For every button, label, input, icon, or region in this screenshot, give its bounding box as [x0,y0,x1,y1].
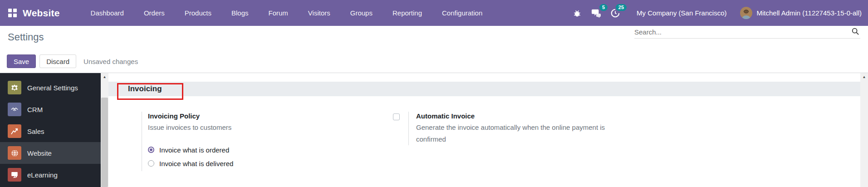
debug-bug-icon[interactable] [571,7,583,19]
messages-icon[interactable]: 5 [590,7,602,19]
scroll-up-icon[interactable]: ▲ [101,73,108,81]
radio-selected-icon[interactable] [148,147,154,153]
invoicing-policy-options: Invoice what is ordered Invoice what is … [148,144,373,169]
sidebar-item-website[interactable]: Website [0,142,101,164]
globe-icon [8,146,21,160]
button-row: Save Discard Unsaved changes [7,54,138,68]
sidebar-item-label: General Settings [27,84,78,92]
sidebar-item-label: CRM [27,106,43,113]
nav-item-configuration[interactable]: Configuration [432,0,492,26]
setting-left-pane [393,112,408,145]
save-button[interactable]: Save [7,54,36,68]
nav-item-blogs[interactable]: Blogs [221,0,259,26]
line-chart-icon [8,124,21,138]
nav-menu: Dashboard Orders Products Blogs Forum Vi… [81,0,493,26]
invoicing-section-header: Invoicing [108,82,860,96]
sidebar-item-crm[interactable]: CRM [0,98,101,120]
setting-right-pane: Invoicing Policy Issue invoices to custo… [142,112,373,171]
gear-icon [8,81,21,94]
setting-box-automatic-invoice: Automatic Invoice Generate the invoice a… [393,112,606,145]
setting-box-invoicing-policy: Invoicing Policy Issue invoices to custo… [128,112,373,171]
company-switcher[interactable]: My Company (San Francisco) [637,9,726,17]
user-menu[interactable]: Mitchell Admin (11227453-15-0-all) [756,9,862,17]
search-box [634,26,860,39]
invoicing-policy-title[interactable]: Invoicing Policy [148,112,373,121]
nav-right-section: 5 25 My Company (San Francisco) Mitchell… [564,7,868,19]
radio-label[interactable]: Invoice what is ordered [159,146,229,154]
search-input[interactable] [634,28,851,36]
scroll-up-icon[interactable]: ▲ [860,73,868,81]
content-area: General Settings CRM Sales [0,73,868,187]
messages-count-badge: 5 [599,4,608,11]
radio-invoice-ordered[interactable]: Invoice what is ordered [148,144,373,156]
invoicing-policy-description: Issue invoices to customers [148,122,373,133]
sidebar-scrollbar[interactable]: ▲ [101,73,108,187]
setting-left-pane [128,112,142,171]
handshake-icon [8,103,21,116]
content-scrollbar[interactable]: ▲ [860,73,868,187]
apps-menu-icon[interactable] [8,9,17,18]
user-avatar[interactable] [740,7,752,19]
app-brand[interactable]: Website [23,8,60,19]
settings-pane: Invoicing Invoicing Policy Issue invoice… [108,73,860,187]
settings-sidebar: General Settings CRM Sales [0,73,101,187]
scrollbar-thumb[interactable] [101,98,108,187]
discard-button[interactable]: Discard [39,54,76,68]
radio-invoice-delivered[interactable]: Invoice what is delivered [148,157,373,169]
nav-item-reporting[interactable]: Reporting [383,0,432,26]
activities-clock-icon[interactable]: 25 [609,7,621,19]
sidebar-item-elearning[interactable]: eLearning [0,164,101,186]
nav-item-forum[interactable]: Forum [259,0,298,26]
unsaved-changes-status: Unsaved changes [83,58,138,65]
sidebar-item-label: Website [27,149,52,157]
sidebar-item-label: Sales [27,128,44,135]
activities-count-badge: 25 [616,4,627,11]
sidebar-item-label: eLearning [27,171,58,179]
top-navbar: Website Dashboard Orders Products Blogs … [0,0,868,26]
nav-item-visitors[interactable]: Visitors [298,0,340,26]
radio-unselected-icon[interactable] [148,160,154,167]
automatic-invoice-title[interactable]: Automatic Invoice [416,112,606,121]
red-highlight-annotation [117,83,183,100]
automatic-invoice-checkbox[interactable] [393,113,400,120]
nav-item-dashboard[interactable]: Dashboard [81,0,134,26]
page-title: Settings [8,31,44,43]
nav-item-orders[interactable]: Orders [134,0,175,26]
nav-item-products[interactable]: Products [175,0,221,26]
automatic-invoice-description: Generate the invoice automatically when … [416,122,606,145]
setting-right-pane: Automatic Invoice Generate the invoice a… [408,112,606,145]
presentation-icon [8,168,21,182]
search-icon[interactable] [851,27,859,37]
sidebar-item-general-settings[interactable]: General Settings [0,77,101,98]
sidebar-item-sales[interactable]: Sales [0,120,101,142]
radio-label[interactable]: Invoice what is delivered [159,160,233,167]
control-panel: Settings Save Discard Unsaved changes [0,26,868,73]
nav-item-groups[interactable]: Groups [340,0,383,26]
